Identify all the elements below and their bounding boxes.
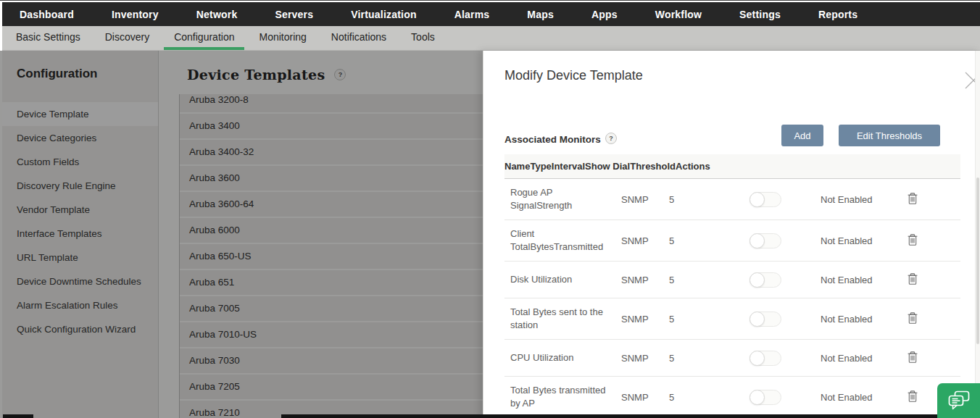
monitor-name: Rogue AP SignalStrength xyxy=(504,179,621,220)
monitor-name: Disk Utilization xyxy=(504,266,621,293)
column-header: Name xyxy=(504,161,530,172)
top-nav-item[interactable]: Settings xyxy=(739,9,781,20)
panel-title: Modify Device Template xyxy=(504,68,643,83)
chat-bubbles-icon xyxy=(947,390,971,411)
scrollbar-thumb[interactable] xyxy=(976,177,979,344)
sub-nav-item[interactable]: Discovery xyxy=(95,26,159,50)
monitor-interval: 5 xyxy=(669,353,747,364)
show-dial-toggle[interactable] xyxy=(749,312,781,327)
column-header: Type xyxy=(530,161,551,172)
trash-icon[interactable] xyxy=(908,273,918,285)
show-dial-cell xyxy=(747,233,821,248)
monitor-name: Client TotalBytesTransmitted xyxy=(504,220,621,261)
show-dial-toggle[interactable] xyxy=(749,390,781,405)
bottom-edge-strip xyxy=(281,414,980,418)
monitor-type: SNMP xyxy=(621,194,669,205)
chat-button[interactable] xyxy=(937,383,980,418)
edit-thresholds-button[interactable]: Edit Thresholds xyxy=(839,125,940,146)
trash-icon[interactable] xyxy=(908,390,918,402)
monitor-actions-cell xyxy=(896,193,960,206)
monitor-interval: 5 xyxy=(669,194,747,205)
show-dial-toggle[interactable] xyxy=(749,192,781,207)
top-nav-item[interactable]: Alarms xyxy=(454,9,490,20)
monitor-interval: 5 xyxy=(669,392,747,403)
monitors-table: Name Type Interval Show Dial Threshold A… xyxy=(504,154,960,418)
top-nav-item[interactable]: Workflow xyxy=(655,9,702,20)
show-dial-cell xyxy=(747,192,821,207)
monitors-table-header: Name Type Interval Show Dial Threshold A… xyxy=(504,154,960,179)
sub-nav-item[interactable]: Basic Settings xyxy=(6,26,91,50)
monitor-type: SNMP xyxy=(621,275,669,285)
column-header: Actions xyxy=(676,161,710,172)
show-dial-cell xyxy=(747,272,821,288)
scrollbar[interactable] xyxy=(975,51,980,418)
monitor-type: SNMP xyxy=(621,235,669,246)
monitor-row: Total Bytes sent to the station SNMP 5 N… xyxy=(504,298,960,340)
toggle-knob xyxy=(749,272,765,288)
toggle-knob xyxy=(749,192,765,207)
sub-nav-item[interactable]: Monitoring xyxy=(249,26,316,50)
associated-monitors-label: Associated Monitors xyxy=(504,134,601,145)
trash-icon[interactable] xyxy=(908,234,918,246)
show-dial-toggle[interactable] xyxy=(749,351,781,366)
monitor-actions-cell xyxy=(896,351,960,365)
trash-icon[interactable] xyxy=(908,351,918,363)
show-dial-cell xyxy=(747,312,821,327)
top-nav: Dashboard Inventory Network Servers Virt… xyxy=(2,2,980,26)
show-dial-cell xyxy=(747,351,821,366)
monitor-row: CPU Utilization SNMP 5 Not Enabled xyxy=(504,340,960,377)
monitor-name: Total Bytes transmitted by AP xyxy=(504,377,621,417)
monitor-row: Rogue AP SignalStrength SNMP 5 Not Enabl… xyxy=(504,179,960,220)
trash-icon[interactable] xyxy=(908,193,918,204)
top-nav-item[interactable]: Reports xyxy=(818,9,858,20)
toggle-knob xyxy=(749,390,765,405)
monitor-interval: 5 xyxy=(669,235,747,246)
help-icon[interactable]: ? xyxy=(605,133,617,144)
window-top-edge xyxy=(0,0,980,1)
modify-device-template-panel: Modify Device Template Associated Monito… xyxy=(483,51,980,418)
sub-nav-item[interactable]: Configuration xyxy=(164,26,244,50)
monitor-type: SNMP xyxy=(621,314,669,325)
monitor-actions-cell xyxy=(896,312,960,326)
toggle-knob xyxy=(749,351,765,366)
monitor-interval: 5 xyxy=(669,314,747,325)
top-nav-item[interactable]: Inventory xyxy=(112,9,159,20)
bottom-edge-strip xyxy=(3,414,33,418)
toggle-knob xyxy=(749,312,765,327)
monitor-threshold: Not Enabled xyxy=(821,392,896,403)
monitor-threshold: Not Enabled xyxy=(821,194,896,205)
column-header: Show Dial xyxy=(585,161,630,172)
sub-nav-item[interactable]: Tools xyxy=(401,26,445,50)
column-header: Threshold xyxy=(630,161,676,172)
toggle-knob xyxy=(749,233,765,248)
monitor-row: Disk Utilization SNMP 5 Not Enabled xyxy=(504,262,960,298)
monitor-row: Total Bytes transmitted by AP SNMP 5 Not… xyxy=(504,377,960,418)
add-button[interactable]: Add xyxy=(781,125,823,146)
monitor-name: CPU Utilization xyxy=(504,344,621,372)
monitor-type: SNMP xyxy=(621,353,669,364)
top-nav-item[interactable]: Apps xyxy=(591,9,618,20)
monitor-actions-cell xyxy=(896,234,960,248)
monitor-threshold: Not Enabled xyxy=(821,353,896,364)
sub-nav: Basic Settings Discovery Configuration M… xyxy=(2,26,980,51)
top-nav-item[interactable]: Servers xyxy=(275,9,313,20)
top-nav-item[interactable]: Network xyxy=(196,9,238,20)
monitor-actions-cell xyxy=(896,273,960,287)
top-nav-item[interactable]: Virtualization xyxy=(351,9,416,20)
monitor-threshold: Not Enabled xyxy=(821,235,896,246)
column-header: Interval xyxy=(552,161,585,172)
monitor-type: SNMP xyxy=(621,392,669,403)
monitor-interval: 5 xyxy=(669,275,747,285)
show-dial-toggle[interactable] xyxy=(749,233,781,248)
monitor-row: Client TotalBytesTransmitted SNMP 5 Not … xyxy=(504,220,960,262)
show-dial-cell xyxy=(747,390,821,405)
monitor-name: Total Bytes sent to the station xyxy=(504,298,621,339)
trash-icon[interactable] xyxy=(908,312,918,324)
show-dial-toggle[interactable] xyxy=(749,272,781,288)
top-nav-item[interactable]: Dashboard xyxy=(20,9,74,20)
monitors-table-body: Rogue AP SignalStrength SNMP 5 Not Enabl… xyxy=(504,179,960,418)
top-nav-item[interactable]: Maps xyxy=(527,9,554,20)
monitor-threshold: Not Enabled xyxy=(821,275,896,285)
monitor-threshold: Not Enabled xyxy=(821,314,896,325)
sub-nav-item[interactable]: Notifications xyxy=(321,26,396,50)
